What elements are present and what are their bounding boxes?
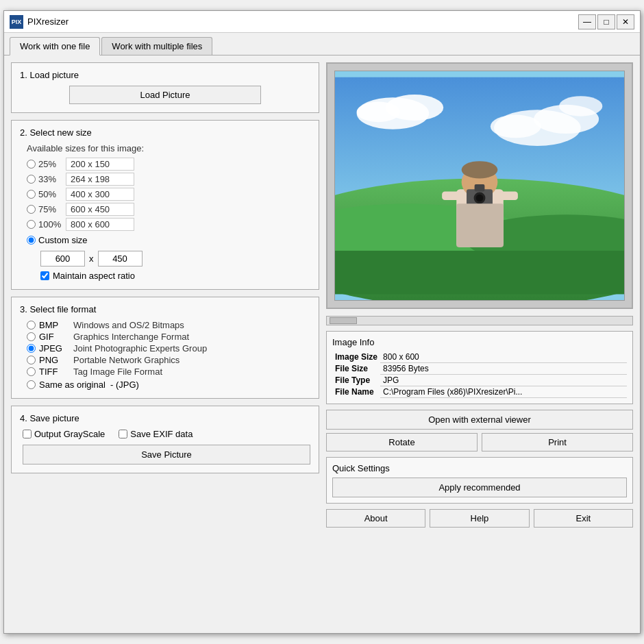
svg-point-15 — [462, 161, 498, 178]
size-radio-75[interactable] — [27, 205, 36, 214]
apply-recommended-button[interactable]: Apply recommended — [332, 478, 627, 497]
info-label-filename: File Name — [332, 386, 380, 398]
load-section: 1. Load picture Load Picture — [11, 62, 319, 113]
svg-rect-20 — [442, 191, 460, 200]
tab-one-file[interactable]: Work with one file — [10, 37, 100, 55]
image-preview — [334, 71, 625, 301]
size-section: 2. Select new size Available sizes for t… — [11, 120, 319, 290]
tab-bar: Work with one file Work with multiple fi… — [4, 33, 640, 55]
format-radio-tiff[interactable] — [27, 367, 36, 376]
format-radio-jpeg[interactable] — [27, 344, 36, 353]
info-row-filename: File Name C:\Program Files (x86)\PIXresi… — [332, 386, 627, 398]
image-info-table: Image Size 800 x 600 File Size 83956 Byt… — [332, 351, 627, 398]
size-val-75: 600 x 450 — [66, 203, 134, 216]
format-tiff: TIFF Tag Image File Format — [27, 367, 310, 377]
size-option-33: 33% 264 x 198 — [27, 173, 310, 186]
preview-svg — [335, 71, 624, 300]
custom-width-input[interactable] — [40, 251, 85, 267]
format-radio-same[interactable] — [27, 380, 36, 389]
close-button[interactable]: ✕ — [617, 14, 634, 29]
exif-label[interactable]: Save EXIF data — [119, 429, 193, 439]
svg-point-19 — [476, 195, 484, 202]
rotate-print-row: Rotate Print — [326, 433, 633, 451]
rotate-button[interactable]: Rotate — [326, 433, 478, 451]
save-checkboxes: Output GrayScale Save EXIF data — [23, 429, 310, 439]
custom-size-inputs: x — [40, 251, 310, 267]
size-val-100: 800 x 600 — [66, 218, 134, 231]
format-section-title: 3. Select file format — [20, 304, 310, 314]
svg-point-7 — [559, 96, 602, 116]
quick-settings-title: Quick Settings — [332, 463, 627, 473]
format-desc-gif: Graphics Interchange Format — [73, 332, 189, 342]
same-as-label: Same as original - (JPG) — [39, 380, 139, 390]
aspect-ratio-row: Maintain aspect ratio — [40, 271, 310, 281]
size-val-50: 400 x 300 — [66, 188, 134, 201]
info-label-filetype: File Type — [332, 375, 380, 386]
save-picture-button[interactable]: Save Picture — [23, 445, 310, 465]
open-external-viewer-button[interactable]: Open with external viewer — [326, 410, 633, 430]
info-label-filesize: File Size — [332, 363, 380, 375]
format-radio-png[interactable] — [27, 356, 36, 364]
grayscale-checkbox[interactable] — [23, 430, 32, 438]
format-desc-jpeg: Joint Photographic Experts Group — [73, 343, 207, 354]
size-val-25: 200 x 150 — [66, 158, 134, 171]
size-pct-75: 75% — [38, 204, 66, 214]
svg-rect-21 — [500, 191, 518, 200]
format-png: PNG Portable Network Graphics — [27, 355, 310, 365]
app-icon: PIX — [10, 15, 23, 29]
exif-checkbox[interactable] — [119, 430, 127, 438]
format-jpeg: JPEG Joint Photographic Experts Group — [27, 343, 310, 354]
image-info-title: Image Info — [332, 337, 627, 347]
format-desc-bmp: Windows and OS/2 Bitmaps — [73, 320, 184, 330]
size-section-title: 2. Select new size — [20, 127, 310, 138]
info-label-imagesize: Image Size — [332, 351, 380, 363]
svg-rect-17 — [475, 184, 485, 192]
right-panel: Image Info Image Size 800 x 600 File Siz… — [326, 62, 633, 626]
size-option-75: 75% 600 x 450 — [27, 203, 310, 216]
custom-size-radio[interactable] — [27, 236, 36, 245]
format-radio-bmp[interactable] — [27, 321, 36, 330]
size-radio-100[interactable] — [27, 220, 36, 229]
format-gif: GIF Graphics Interchange Format — [27, 332, 310, 342]
aspect-ratio-checkbox[interactable] — [40, 271, 49, 280]
info-val-filesize: 83956 Bytes — [380, 363, 627, 375]
svg-point-6 — [491, 115, 541, 138]
format-name-bmp: BMP — [39, 320, 73, 330]
format-name-jpeg: JPEG — [39, 343, 73, 354]
info-val-imagesize: 800 x 600 — [380, 351, 627, 363]
action-buttons: Open with external viewer Rotate Print — [326, 410, 633, 451]
format-same-as-original: Same as original - (JPG) — [27, 380, 310, 390]
format-radio-gif[interactable] — [27, 332, 36, 341]
about-button[interactable]: About — [326, 509, 425, 528]
left-panel: 1. Load picture Load Picture 2. Select n… — [11, 62, 319, 626]
size-radio-50[interactable] — [27, 190, 36, 199]
window-controls: — □ ✕ — [578, 14, 634, 29]
window-title: PIXresizer — [27, 16, 578, 27]
load-picture-button[interactable]: Load Picture — [69, 86, 261, 104]
size-radio-33[interactable] — [27, 175, 36, 184]
custom-height-input[interactable] — [98, 251, 143, 267]
help-button[interactable]: Help — [430, 509, 529, 528]
main-content: 1. Load picture Load Picture 2. Select n… — [4, 55, 640, 633]
tab-multiple-files[interactable]: Work with multiple files — [101, 37, 212, 55]
print-button[interactable]: Print — [482, 433, 633, 451]
size-radio-25[interactable] — [27, 160, 36, 169]
format-desc-tiff: Tag Image File Format — [73, 367, 162, 377]
size-option-50: 50% 400 x 300 — [27, 188, 310, 201]
main-window: PIX PIXresizer — □ ✕ Work with one file … — [3, 10, 641, 634]
minimize-button[interactable]: — — [578, 14, 596, 29]
size-pct-50: 50% — [38, 189, 66, 199]
size-pct-100: 100% — [38, 219, 66, 230]
scrollbar-thumb[interactable] — [330, 317, 357, 324]
preview-scrollbar[interactable] — [326, 316, 633, 325]
info-row-imagesize: Image Size 800 x 600 — [332, 351, 627, 363]
info-val-filetype: JPG — [380, 375, 627, 386]
maximize-button[interactable]: □ — [597, 14, 615, 29]
image-info-section: Image Info Image Size 800 x 600 File Siz… — [326, 331, 633, 404]
exit-button[interactable]: Exit — [534, 509, 633, 528]
available-sizes-label: Available sizes for this image: — [27, 143, 310, 153]
grayscale-label[interactable]: Output GrayScale — [23, 429, 105, 439]
format-name-tiff: TIFF — [39, 367, 73, 377]
info-row-filetype: File Type JPG — [332, 375, 627, 386]
cross-label: x — [89, 253, 94, 264]
